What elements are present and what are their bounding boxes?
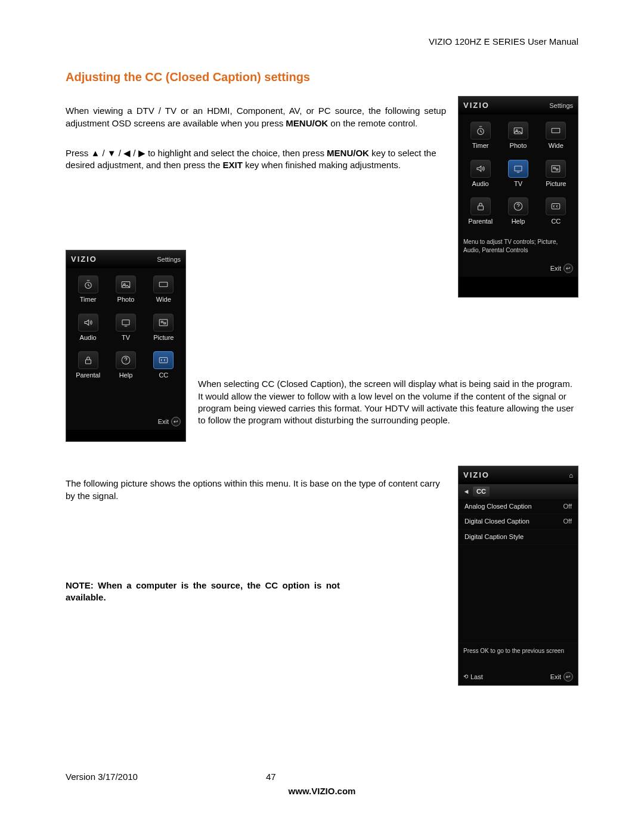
cc-option-row[interactable]: Digital Caption Style — [459, 529, 578, 545]
tile-timer[interactable]: Timer — [71, 273, 105, 308]
text: Press ▲ / ▼ / ◀ / ▶ to highlight and sel… — [66, 148, 327, 158]
tile-label: Help — [512, 217, 525, 226]
svg-rect-6 — [478, 206, 483, 210]
cc-option-label: Analog Closed Caption — [465, 502, 532, 511]
intro-paragraph-1: When viewing a DTV / TV or an HDMI, Comp… — [66, 105, 446, 129]
tile-parental[interactable]: Parental — [71, 349, 105, 383]
back-arrow-icon[interactable]: ◄ — [463, 487, 469, 496]
vizio-logo: VIZIO — [463, 470, 490, 481]
svg-rect-14 — [160, 319, 168, 326]
tile-label: TV — [122, 333, 130, 342]
settings-tab[interactable]: Settings — [549, 101, 573, 110]
tile-photo[interactable]: Photo — [109, 273, 143, 308]
exit-icon[interactable]: ↩ — [564, 672, 573, 682]
cc-option-label: Digital Caption Style — [465, 532, 524, 541]
intro-paragraph-2: Press ▲ / ▼ / ◀ / ▶ to highlight and sel… — [66, 147, 446, 172]
last-label[interactable]: Last — [470, 673, 483, 682]
empty-area — [459, 545, 578, 643]
tile-tv[interactable]: TV — [501, 157, 535, 192]
osd-header: VIZIO ⌂ — [459, 466, 578, 484]
svg-rect-12 — [160, 282, 168, 287]
footer-url: www.VIZIO.com — [66, 785, 578, 797]
settings-tab[interactable]: Settings — [157, 255, 181, 264]
audio-icon — [78, 314, 98, 332]
tile-parental[interactable]: Parental — [463, 195, 497, 230]
tile-label: Wide — [156, 295, 171, 304]
tile-picture[interactable]: Picture — [539, 157, 573, 192]
osd-header: VIZIO Settings — [459, 97, 578, 114]
exit-icon[interactable]: ↩ — [171, 417, 181, 426]
breadcrumb[interactable]: ◄ CC — [459, 484, 578, 499]
cc-icon — [153, 351, 174, 369]
tile-label: Timer — [80, 295, 97, 304]
note-paragraph: NOTE: When a computer is the source, the… — [66, 580, 340, 604]
photo-icon — [508, 122, 528, 140]
osd-hint: Press OK to go to the previous screen — [459, 643, 578, 668]
tile-label: Picture — [546, 179, 566, 188]
tile-label: Photo — [117, 295, 135, 304]
wide-icon — [546, 122, 566, 140]
tile-label: Photo — [510, 141, 527, 150]
svg-rect-4 — [515, 166, 522, 171]
wide-icon — [153, 275, 174, 293]
tile-audio[interactable]: Audio — [463, 157, 497, 192]
cc-option-row[interactable]: Analog Closed CaptionOff — [459, 499, 578, 515]
home-icon[interactable]: ⌂ — [569, 471, 573, 480]
cc-icon — [546, 197, 566, 215]
tile-label: Parental — [76, 371, 100, 380]
version-text: Version 3/17/2010 — [66, 771, 138, 783]
tile-label: Audio — [472, 179, 489, 188]
cc-options-paragraph: The following picture shows the options … — [66, 478, 446, 502]
timer-icon — [78, 275, 98, 293]
svg-rect-8 — [552, 204, 561, 209]
exit-label[interactable]: Exit — [550, 264, 561, 273]
picture-icon — [153, 314, 174, 332]
parental-icon — [470, 197, 491, 215]
osd-settings-cc: VIZIO Settings TimerPhotoWideAudioTVPict… — [66, 250, 186, 442]
svg-rect-17 — [160, 358, 168, 363]
audio-icon — [470, 160, 491, 178]
help-icon — [508, 197, 528, 215]
tile-label: Picture — [153, 333, 174, 342]
svg-rect-5 — [552, 165, 561, 172]
last-icon[interactable]: ⟲ — [463, 673, 468, 681]
cc-explain-paragraph: When selecting CC (Closed Caption), the … — [198, 378, 578, 426]
tile-label: CC — [159, 371, 168, 380]
svg-rect-3 — [552, 128, 561, 133]
tile-audio[interactable]: Audio — [71, 311, 105, 346]
tile-wide[interactable]: Wide — [147, 273, 181, 308]
section-title: Adjusting the CC (Closed Caption) settin… — [66, 69, 578, 85]
tile-help[interactable]: Help — [501, 195, 535, 230]
tv-icon — [508, 160, 528, 178]
osd-hint — [66, 388, 185, 413]
cc-option-value: Off — [564, 517, 572, 526]
tile-label: TV — [514, 179, 522, 188]
osd-hint: Menu to adjust TV controls; Picture, Aud… — [459, 234, 578, 260]
tile-tv[interactable]: TV — [109, 311, 143, 346]
menu-ok-key: MENU/OK — [286, 118, 328, 128]
cc-option-row[interactable]: Digital Closed CaptionOff — [459, 514, 578, 529]
exit-label[interactable]: Exit — [550, 673, 561, 682]
tile-cc[interactable]: CC — [539, 195, 573, 230]
tile-wide[interactable]: Wide — [539, 119, 573, 154]
cc-option-label: Digital Closed Caption — [465, 517, 530, 526]
osd-cc-menu: VIZIO ⌂ ◄ CC Analog Closed CaptionOffDig… — [458, 466, 578, 686]
page-footer: Version 3/17/2010 47 www.VIZIO.com — [66, 771, 578, 798]
tile-label: Parental — [468, 217, 493, 226]
exit-icon[interactable]: ↩ — [564, 264, 573, 273]
vizio-logo: VIZIO — [463, 100, 490, 111]
vizio-logo: VIZIO — [71, 254, 97, 265]
tile-label: Help — [119, 371, 133, 380]
tile-timer[interactable]: Timer — [463, 119, 497, 154]
svg-rect-15 — [85, 360, 91, 364]
tile-cc[interactable]: CC — [147, 349, 181, 383]
picture-icon — [546, 160, 566, 178]
svg-rect-13 — [122, 320, 129, 324]
tile-photo[interactable]: Photo — [501, 119, 535, 154]
exit-label[interactable]: Exit — [158, 417, 169, 426]
tile-picture[interactable]: Picture — [147, 311, 181, 346]
tile-label: CC — [551, 217, 561, 226]
timer-icon — [470, 122, 491, 140]
tile-help[interactable]: Help — [109, 349, 143, 383]
menu-ok-key: MENU/OK — [327, 148, 369, 158]
